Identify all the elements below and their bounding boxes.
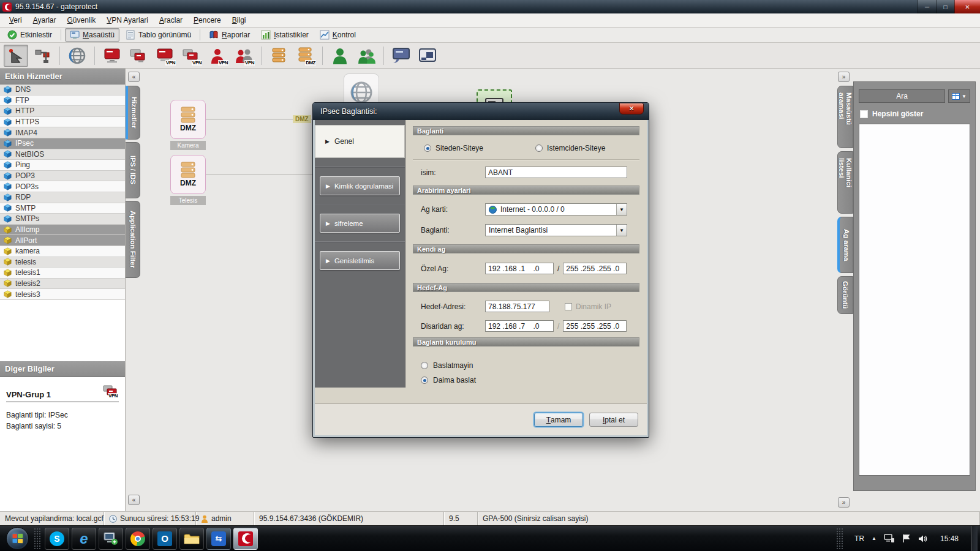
panel-tab-g-r-nt-[interactable]: Görüntü bbox=[837, 276, 853, 314]
statistics-button[interactable]: Istatistikler bbox=[256, 28, 314, 42]
menu-item-pencere[interactable]: Pencere bbox=[188, 14, 227, 26]
service-row-http[interactable]: HTTP bbox=[0, 106, 125, 117]
collapse-left-bottom-button[interactable]: « bbox=[128, 495, 140, 505]
show-desktop-button[interactable] bbox=[971, 526, 978, 551]
network-card-dropdown[interactable]: Internet - 0.0.0.0 / 0 ▼ bbox=[485, 203, 627, 216]
sidebar-tab-hizmetler[interactable]: Hizmetler bbox=[126, 86, 140, 140]
control-button[interactable]: Kontrol bbox=[315, 28, 361, 42]
connection-dropdown[interactable]: Internet Baglantisi ▼ bbox=[485, 224, 627, 236]
taskbar-clock[interactable]: 15:48 bbox=[935, 534, 963, 543]
add-vpn-user-button[interactable]: VPN bbox=[205, 45, 230, 67]
panel-tab-ag-arama[interactable]: Ag arama bbox=[837, 217, 853, 273]
service-row-pop3s[interactable]: POP3s bbox=[0, 181, 125, 192]
own-network-ip-input[interactable]: 192 .168 .1 .0 bbox=[485, 263, 554, 274]
action-center-flag-icon[interactable] bbox=[902, 534, 911, 543]
dialog-close-button[interactable]: ✕ bbox=[619, 103, 644, 114]
target-address-input[interactable]: 78.188.75.177 bbox=[485, 301, 549, 312]
radio-client-to-site[interactable] bbox=[535, 144, 543, 152]
service-row-dns[interactable]: DNS bbox=[0, 84, 125, 96]
dmz-node-kamera[interactable]: DMZ bbox=[170, 100, 206, 139]
service-row-pop3[interactable]: POP3 bbox=[0, 171, 125, 182]
menu-item-araclar[interactable]: Araclar bbox=[154, 14, 188, 26]
add-dmz-server-button[interactable]: DMZ bbox=[293, 45, 317, 67]
taskbar-explorer-button[interactable] bbox=[179, 528, 204, 550]
add-user-group-button[interactable] bbox=[354, 45, 379, 67]
hidden-icons-arrow[interactable]: ▲ bbox=[872, 536, 876, 541]
cancel-button[interactable]: Iptal et bbox=[589, 413, 638, 427]
outside-network-mask-input[interactable]: 255 .255 .255 .0 bbox=[563, 320, 627, 332]
radio-always-start[interactable] bbox=[421, 377, 428, 384]
service-row-imap4[interactable]: IMAP4 bbox=[0, 127, 125, 138]
remote-desktop-button[interactable] bbox=[389, 45, 413, 67]
start-button[interactable] bbox=[6, 527, 29, 550]
panel-tab-masa-st-aramasi[interactable]: Masaüstü aramasi bbox=[837, 86, 853, 148]
add-vpn-computer-group-button[interactable]: VPN bbox=[179, 45, 203, 67]
sidebar-tab-ips-ids[interactable]: IPS / IDS bbox=[126, 142, 140, 198]
show-all-checkbox[interactable] bbox=[860, 110, 868, 118]
desktop-view-button[interactable]: Masaüstü bbox=[65, 28, 119, 42]
add-user-button[interactable] bbox=[328, 45, 352, 67]
menu-item-g-venlik[interactable]: Güvenlik bbox=[62, 14, 102, 26]
dialog-tab-kimlik-dogrulamasi[interactable]: ▶Kimlik dogrulamasi bbox=[320, 176, 400, 195]
menu-item-veri[interactable]: Veri bbox=[4, 14, 28, 26]
service-row-smtp[interactable]: SMTP bbox=[0, 203, 125, 214]
service-row-rdp[interactable]: RDP bbox=[0, 192, 125, 203]
language-indicator[interactable]: TR bbox=[854, 534, 864, 543]
ok-button[interactable]: Tamam bbox=[534, 413, 583, 427]
service-row-telesis[interactable]: telesis bbox=[0, 257, 125, 268]
dialog-tab-sifreleme[interactable]: ▶sifreleme bbox=[320, 214, 400, 233]
add-server-button[interactable] bbox=[266, 45, 291, 67]
select-tool-button[interactable] bbox=[4, 45, 28, 67]
add-vpn-computer-button[interactable]: VPN bbox=[153, 45, 177, 67]
taskbar-gateprotect-button[interactable] bbox=[233, 528, 258, 550]
collapse-left-button[interactable]: « bbox=[128, 72, 140, 82]
taskbar-outlook-button[interactable]: O bbox=[153, 528, 177, 550]
collapse-right-button[interactable]: » bbox=[838, 72, 850, 82]
service-row-allport[interactable]: AllPort bbox=[0, 235, 125, 246]
dialog-titlebar[interactable]: IPsec Baglantisi: ✕ bbox=[313, 103, 649, 120]
dynamic-ip-checkbox[interactable] bbox=[565, 303, 572, 310]
reports-button[interactable]: Raporlar bbox=[204, 28, 255, 42]
name-input[interactable]: ABANT bbox=[485, 167, 627, 178]
add-internet-button[interactable] bbox=[65, 45, 89, 67]
dialog-tab-genisletilmis[interactable]: ▶Genisletilmis bbox=[320, 251, 400, 270]
connection-tool-button[interactable] bbox=[30, 45, 55, 67]
panel-tab-kullanici-listesi[interactable]: Kullanici listesi bbox=[837, 151, 853, 214]
minimize-button[interactable]: ─ bbox=[918, 0, 936, 13]
add-vpn-user-group-button[interactable]: VPN bbox=[232, 45, 256, 67]
view-mode-dropdown[interactable]: ▼ bbox=[948, 89, 970, 103]
taskbar-ie-button[interactable]: e bbox=[72, 528, 96, 550]
search-result-list[interactable] bbox=[859, 124, 970, 476]
service-row-smtps[interactable]: SMTPs bbox=[0, 214, 125, 225]
outside-network-ip-input[interactable]: 192 .168 .7 .0 bbox=[485, 320, 554, 332]
search-button[interactable]: Ara bbox=[859, 89, 945, 103]
close-button[interactable]: ✕ bbox=[954, 0, 980, 13]
taskbar-skype-button[interactable]: S bbox=[45, 528, 69, 550]
dialog-tab-genel[interactable]: ▶Genel bbox=[315, 125, 405, 158]
radio-site-to-site[interactable] bbox=[424, 144, 431, 152]
dmz-node-telesis[interactable]: DMZ bbox=[170, 155, 206, 194]
service-row-netbios[interactable]: NetBIOS bbox=[0, 149, 125, 160]
table-view-button[interactable]: Tablo görünümü bbox=[121, 28, 196, 42]
maximize-button[interactable]: □ bbox=[936, 0, 954, 13]
service-row-ipsec[interactable]: IPsec bbox=[0, 138, 125, 149]
volume-icon[interactable] bbox=[918, 534, 928, 543]
radio-dont-start[interactable] bbox=[421, 362, 428, 369]
menu-item-vpn-ayarlari[interactable]: VPN Ayarlari bbox=[101, 14, 154, 26]
service-row-telesis3[interactable]: telesis3 bbox=[0, 289, 125, 300]
taskbar-chrome-button[interactable] bbox=[126, 528, 150, 550]
service-row-kamera[interactable]: kamera bbox=[0, 246, 125, 257]
taskbar-teamviewer-button[interactable]: ⇆ bbox=[206, 528, 231, 550]
service-row-https[interactable]: HTTPS bbox=[0, 117, 125, 128]
add-computer-group-button[interactable] bbox=[126, 45, 151, 67]
service-row-telesis1[interactable]: telesis1 bbox=[0, 268, 125, 279]
taskbar-remote-button[interactable] bbox=[99, 528, 123, 550]
service-row-ftp[interactable]: FTP bbox=[0, 96, 125, 107]
service-row-allicmp[interactable]: AllIcmp bbox=[0, 225, 125, 236]
service-row-telesis2[interactable]: telesis2 bbox=[0, 279, 125, 290]
collapse-right-bottom-button[interactable]: » bbox=[838, 497, 850, 508]
add-computer-button[interactable] bbox=[100, 45, 124, 67]
menu-item-ayarlar[interactable]: Ayarlar bbox=[28, 14, 62, 26]
service-row-ping[interactable]: Ping bbox=[0, 160, 125, 171]
sidebar-tab-application-filter[interactable]: Application Filter bbox=[126, 201, 140, 278]
